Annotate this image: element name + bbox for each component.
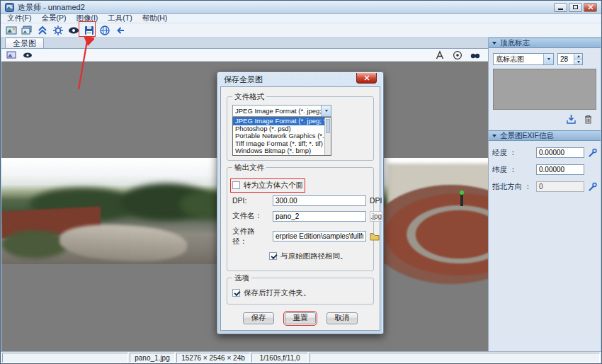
dpi-input[interactable]	[273, 195, 366, 206]
save-button[interactable]: 保存	[243, 312, 274, 324]
close-icon	[364, 75, 370, 81]
save-panorama-dialog: 保存全景图 文件格式 JPEG Image Format (*. jpeg; *…	[217, 72, 384, 334]
dialog-close-button[interactable]	[356, 73, 377, 84]
logo-size-spinner[interactable]	[557, 53, 583, 65]
dpi-unit-label: DPI	[370, 196, 382, 205]
filepath-label: 文件路径：	[232, 227, 269, 246]
edit-north-direction-icon[interactable]	[587, 182, 597, 192]
menu-file[interactable]: 文件(F)	[2, 13, 36, 23]
latitude-row: 纬度 ：	[492, 164, 597, 175]
app-window: 造景师 - unnamed2 文件(F) 全景(P) 图像(I) 工具(T) 帮…	[0, 0, 602, 364]
logo-size-input[interactable]	[558, 54, 574, 64]
minimize-button[interactable]	[554, 3, 567, 12]
logo-section-header[interactable]: 顶底标志	[489, 38, 601, 48]
open-folder-row: 保存后打开文件夹。	[232, 288, 368, 298]
chevron-up-icon	[577, 55, 580, 57]
close-icon	[588, 4, 594, 10]
latitude-input[interactable]	[536, 164, 584, 175]
filename-input[interactable]	[273, 211, 366, 222]
dropdown-scrollbar[interactable]	[324, 118, 331, 155]
same-path-checkbox[interactable]	[269, 252, 277, 260]
logo-preview	[493, 69, 596, 110]
format-combobox[interactable]: JPEG Image Format (*. jpeg; *. jpg)	[232, 105, 331, 117]
exif-section-header[interactable]: 全景图EXIF信息	[489, 130, 601, 141]
menu-panorama[interactable]: 全景(P)	[36, 13, 71, 23]
combo-dropdown-button[interactable]	[321, 106, 331, 116]
spinner-buttons	[574, 54, 582, 64]
right-panel: 顶底标志 底标志图	[488, 38, 601, 351]
dialog-buttons: 保存 重置 取消	[227, 312, 374, 324]
binocular-icon[interactable]	[470, 50, 481, 60]
north-direction-row: 指北方向 ：	[492, 181, 597, 192]
status-dimensions: 15276 × 2546 × 24b	[176, 353, 250, 363]
status-exposure: 1/160s,f/11,0	[251, 353, 308, 363]
filepath-row: 文件路径：	[232, 227, 368, 246]
close-button[interactable]	[584, 3, 597, 12]
logo-actions	[496, 114, 594, 125]
menu-help[interactable]: 帮助(H)	[137, 13, 173, 23]
window-title: 造景师 - unnamed2	[18, 2, 85, 13]
cube-faces-checkbox[interactable]	[232, 181, 240, 189]
logo-type-combobox[interactable]: 底标志图	[493, 53, 554, 65]
open-folder-checkbox[interactable]	[232, 289, 240, 297]
red-annotation-save-icon	[79, 21, 96, 37]
spin-down-button[interactable]	[574, 59, 582, 64]
longitude-label: 经度 ：	[492, 148, 533, 158]
longitude-input[interactable]	[536, 147, 584, 158]
logo-controls: 底标志图	[493, 53, 596, 65]
combo-dropdown-button[interactable]	[543, 54, 553, 64]
status-empty-cell	[309, 353, 600, 363]
open-image-icon[interactable]	[19, 24, 35, 37]
maximize-button[interactable]	[569, 3, 582, 12]
dropdown-option-jpeg[interactable]: JPEG Image Format (*. jpeg; *. jpg)	[233, 118, 331, 125]
red-annotation-arrow	[73, 37, 94, 93]
dropdown-option-png[interactable]: Portable Network Graphics (*. png)	[233, 132, 331, 140]
panorama-signal-light	[460, 193, 463, 206]
dropdown-option-psd[interactable]: Photoshop (*. psd)	[233, 125, 331, 133]
format-dropdown-list: JPEG Image Format (*. jpeg; *. jpg) Phot…	[232, 117, 331, 156]
options-group-title: 选项	[232, 273, 251, 283]
canvas-toolbar-right	[434, 49, 481, 62]
export-up-icon[interactable]	[35, 24, 50, 37]
scrollbar-thumb[interactable]	[326, 119, 330, 133]
browse-folder-icon[interactable]	[370, 232, 380, 241]
import-logo-icon[interactable]	[566, 114, 577, 125]
format-group-title: 文件格式	[232, 92, 266, 102]
same-path-label: 与原始图路径相同。	[280, 251, 348, 261]
publish-globe-icon[interactable]	[97, 24, 113, 37]
new-panorama-icon[interactable]	[4, 24, 19, 37]
viewpoint-icon[interactable]	[452, 50, 463, 60]
minimize-icon	[558, 8, 563, 10]
north-direction-input[interactable]	[536, 181, 584, 192]
dropdown-option-bmp[interactable]: Windows Bitmap (*. bmp)	[233, 147, 331, 155]
edit-longitude-icon[interactable]	[587, 148, 597, 158]
dialog-title: 保存全景图	[224, 74, 263, 85]
settings-gear-icon[interactable]	[50, 24, 66, 37]
tab-label: 全景图	[13, 38, 36, 49]
spin-up-button[interactable]	[574, 54, 582, 59]
dialog-body: 文件格式 JPEG Image Format (*. jpeg; *. jpg)…	[220, 86, 380, 331]
image-icon[interactable]	[6, 50, 17, 60]
cancel-button[interactable]: 取消	[326, 312, 358, 324]
panorama-path	[59, 222, 188, 263]
reset-button[interactable]: 重置	[285, 312, 316, 324]
eye-icon[interactable]	[22, 50, 33, 60]
cube-faces-label: 转为立方体六个面	[244, 181, 303, 190]
delete-logo-icon[interactable]	[583, 114, 594, 125]
format-group: 文件格式 JPEG Image Format (*. jpeg; *. jpg)…	[227, 96, 374, 161]
status-bar: pano_1.jpg 15276 × 2546 × 24b 1/160s,f/1…	[1, 351, 601, 363]
dropdown-option-tiff[interactable]: Tiff Image Format (*. tiff; *. tif)	[233, 140, 331, 148]
menu-tools[interactable]: 工具(T)	[103, 13, 137, 23]
chevron-down-icon	[577, 61, 580, 63]
annotation-icon[interactable]	[434, 50, 445, 60]
back-arrow-icon[interactable]	[113, 24, 128, 37]
status-filename: pano_1.jpg	[130, 353, 175, 363]
options-group: 选项 保存后打开文件夹。	[227, 278, 374, 305]
format-selected-value: JPEG Image Format (*. jpeg; *. jpg)	[235, 107, 331, 115]
panorama-bush	[1, 230, 69, 258]
file-extension-label: .jpg	[370, 211, 382, 222]
exif-section-title: 全景图EXIF信息	[500, 131, 554, 141]
output-group: 输出文件 转为立方体六个面 DPI: DPI 文件名： .jpg	[227, 167, 374, 271]
filepath-input[interactable]	[273, 231, 366, 241]
tab-panorama[interactable]: 全景图	[5, 38, 44, 48]
